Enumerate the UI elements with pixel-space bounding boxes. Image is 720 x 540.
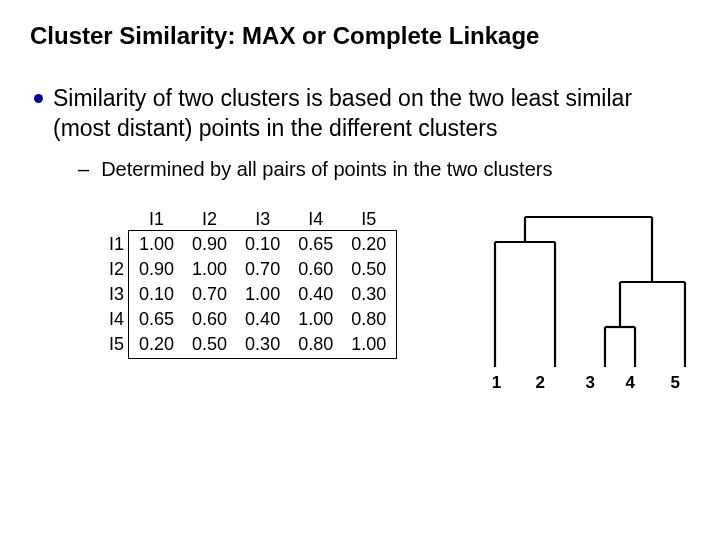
matrix-col-header: I4 — [289, 207, 342, 232]
matrix-row-header: I1 — [100, 232, 130, 257]
matrix-row-header: I2 — [100, 257, 130, 282]
leaf-label: 2 — [513, 373, 568, 393]
bullet-item: Similarity of two clusters is based on t… — [34, 84, 690, 144]
matrix-cell: 1.00 — [130, 232, 183, 257]
matrix-cell: 1.00 — [342, 332, 395, 357]
matrix-cell: 0.90 — [183, 232, 236, 257]
matrix-corner — [100, 207, 130, 232]
subbullet-item: – Determined by all pairs of points in t… — [78, 158, 690, 181]
matrix-row-header: I3 — [100, 282, 130, 307]
dendrogram-svg — [465, 207, 705, 367]
bullet-text: Similarity of two clusters is based on t… — [53, 84, 673, 144]
leaf-label: 1 — [468, 373, 513, 393]
figures-row: I1I2I3I4I5I11.000.900.100.650.20I20.901.… — [100, 207, 690, 393]
matrix-cell: 0.10 — [236, 232, 289, 257]
matrix-cell: 0.60 — [289, 257, 342, 282]
matrix-cell: 0.70 — [236, 257, 289, 282]
matrix-col-header: I2 — [183, 207, 236, 232]
bullet-icon — [34, 94, 43, 103]
matrix-cell: 0.80 — [342, 307, 395, 332]
matrix-cell: 1.00 — [183, 257, 236, 282]
similarity-matrix: I1I2I3I4I5I11.000.900.100.650.20I20.901.… — [100, 207, 395, 357]
matrix-cell: 0.65 — [130, 307, 183, 332]
matrix-cell: 0.60 — [183, 307, 236, 332]
matrix-cell: 0.20 — [342, 232, 395, 257]
matrix-cell: 0.90 — [130, 257, 183, 282]
matrix-col-header: I1 — [130, 207, 183, 232]
matrix-cell: 0.70 — [183, 282, 236, 307]
matrix-cell: 0.30 — [236, 332, 289, 357]
leaf-label: 3 — [568, 373, 613, 393]
matrix-cell: 0.40 — [289, 282, 342, 307]
matrix-cell: 1.00 — [236, 282, 289, 307]
matrix-col-header: I5 — [342, 207, 395, 232]
dendrogram-labels: 1 2 3 4 5 — [468, 373, 703, 393]
matrix-cell: 0.40 — [236, 307, 289, 332]
matrix-cell: 0.65 — [289, 232, 342, 257]
matrix-row-header: I4 — [100, 307, 130, 332]
leaf-label: 4 — [613, 373, 648, 393]
dash-icon: – — [78, 158, 89, 181]
matrix-row-header: I5 — [100, 332, 130, 357]
matrix-cell: 0.50 — [342, 257, 395, 282]
matrix-cell: 0.80 — [289, 332, 342, 357]
matrix-cell: 0.10 — [130, 282, 183, 307]
dendrogram: 1 2 3 4 5 — [465, 207, 705, 393]
matrix-cell: 0.30 — [342, 282, 395, 307]
leaf-label: 5 — [648, 373, 703, 393]
matrix-cell: 0.50 — [183, 332, 236, 357]
subbullet-text: Determined by all pairs of points in the… — [101, 158, 552, 181]
matrix-col-header: I3 — [236, 207, 289, 232]
matrix-cell: 0.20 — [130, 332, 183, 357]
matrix-cell: 1.00 — [289, 307, 342, 332]
slide-title: Cluster Similarity: MAX or Complete Link… — [30, 22, 690, 50]
